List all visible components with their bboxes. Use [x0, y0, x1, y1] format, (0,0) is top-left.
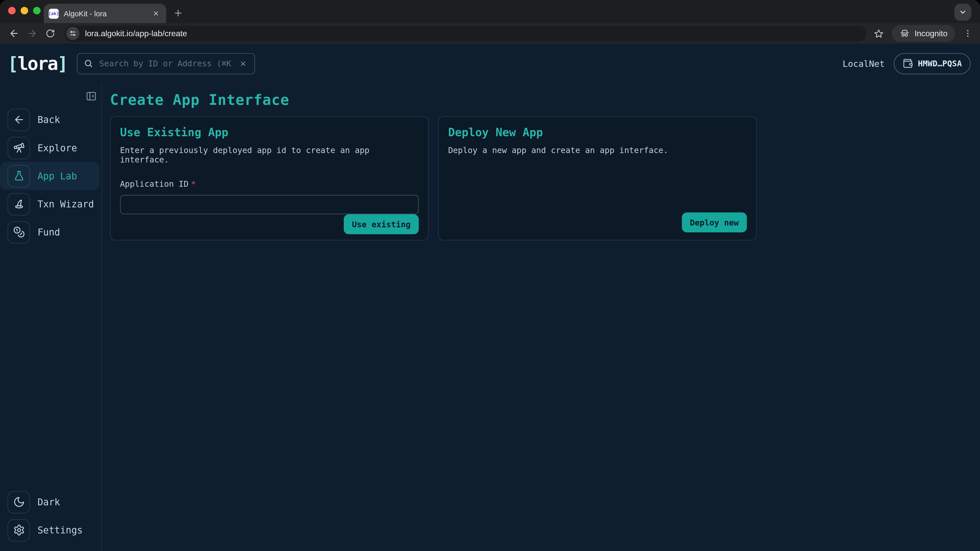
sidebar-footer: Dark Settings — [0, 488, 101, 551]
window-close-button[interactable] — [8, 7, 16, 14]
wizard-hat-icon — [7, 193, 30, 215]
sidebar-item-label: Dark — [38, 496, 60, 508]
reload-icon[interactable] — [43, 26, 58, 41]
url-bar[interactable]: lora.algokit.io/app-lab/create — [64, 25, 866, 41]
required-marker: * — [191, 179, 196, 189]
coins-icon — [7, 221, 30, 243]
flask-icon — [7, 165, 30, 187]
sidebar-collapse-icon[interactable] — [86, 91, 97, 102]
lora-app: [lora] LocalNet HMWD…PQSA — [0, 44, 980, 551]
page-title: Create App Interface — [110, 92, 980, 108]
arrow-left-icon — [7, 108, 30, 131]
gear-icon — [7, 519, 30, 541]
wallet-address: HMWD…PQSA — [918, 59, 962, 68]
sidebar-item-label: Settings — [38, 524, 83, 536]
app-header: [lora] LocalNet HMWD…PQSA — [0, 44, 980, 83]
tab-favicon: [ak] — [49, 8, 59, 18]
macos-traffic-lights — [8, 7, 41, 14]
url-text: lora.algokit.io/app-lab/create — [85, 29, 187, 38]
sidebar-nav: Back Explore App Lab — [0, 106, 101, 246]
cards-row: Use Existing App Enter a previously depl… — [110, 116, 980, 241]
card-description: Enter a previously deployed app id to cr… — [120, 146, 419, 164]
wallet-button[interactable]: HMWD…PQSA — [894, 53, 970, 74]
sidebar-item-label: Back — [38, 114, 60, 125]
sidebar-item-settings[interactable]: Settings — [0, 516, 99, 544]
wallet-icon — [902, 58, 913, 69]
site-settings-icon[interactable] — [66, 27, 80, 40]
search-clear-icon[interactable] — [238, 59, 248, 68]
sidebar-item-label: Txn Wizard — [38, 198, 94, 210]
sidebar: Back Explore App Lab — [0, 83, 102, 551]
browser-window: [ak] AlgoKit - lora lora.algokit.io/a — [0, 0, 980, 551]
forward-icon — [24, 26, 40, 41]
moon-icon — [7, 491, 30, 513]
tab-search-icon[interactable] — [955, 4, 971, 21]
deploy-new-button[interactable]: Deploy new — [682, 213, 747, 232]
browser-tab[interactable]: [ak] AlgoKit - lora — [44, 4, 166, 23]
card-description: Deploy a new app and create an app inter… — [448, 146, 747, 155]
browser-toolbar: lora.algokit.io/app-lab/create Incognito — [0, 23, 980, 44]
telescope-icon — [7, 137, 30, 159]
sidebar-item-label: App Lab — [38, 170, 77, 181]
sidebar-item-txn-wizard[interactable]: Txn Wizard — [0, 190, 99, 218]
logo-bracket-left: [ — [7, 53, 18, 74]
sidebar-item-label: Fund — [38, 227, 60, 238]
sidebar-item-explore[interactable]: Explore — [0, 134, 99, 162]
logo-bracket-right: ] — [57, 53, 67, 74]
new-tab-icon[interactable] — [169, 4, 187, 22]
sidebar-item-back[interactable]: Back — [0, 106, 99, 134]
network-label: LocalNet — [842, 59, 885, 68]
screen: [ak] AlgoKit - lora lora.algokit.io/a — [0, 0, 980, 551]
incognito-badge: Incognito — [892, 25, 955, 42]
application-id-field: Application ID* — [120, 178, 419, 214]
browser-menu-icon[interactable] — [961, 26, 974, 41]
window-minimize-button[interactable] — [21, 7, 28, 14]
search-input[interactable] — [98, 58, 233, 69]
incognito-label: Incognito — [915, 29, 947, 38]
deploy-new-app-card: Deploy New App Deploy a new app and crea… — [438, 116, 757, 241]
sidebar-item-fund[interactable]: Fund — [0, 218, 99, 246]
sidebar-item-theme-toggle[interactable]: Dark — [0, 488, 99, 516]
main-content: Create App Interface Use Existing App En… — [102, 83, 980, 551]
tab-title: AlgoKit - lora — [64, 9, 146, 18]
card-title: Use Existing App — [120, 125, 419, 138]
incognito-icon — [900, 28, 910, 39]
bookmark-star-icon[interactable] — [871, 26, 886, 41]
search-box[interactable] — [77, 53, 255, 74]
tab-strip: [ak] AlgoKit - lora — [0, 0, 980, 23]
use-existing-app-card: Use Existing App Enter a previously depl… — [110, 116, 429, 241]
application-id-input[interactable] — [120, 195, 419, 214]
tab-close-icon[interactable] — [151, 8, 161, 19]
logo-text: lora — [18, 53, 57, 74]
sidebar-item-app-lab[interactable]: App Lab — [0, 162, 99, 190]
back-icon[interactable] — [6, 26, 21, 41]
use-existing-button[interactable]: Use existing — [344, 214, 419, 234]
sidebar-item-label: Explore — [38, 142, 77, 153]
window-zoom-button[interactable] — [33, 7, 41, 14]
card-title: Deploy New App — [448, 125, 747, 138]
lora-logo[interactable]: [lora] — [7, 53, 67, 74]
application-id-label: Application ID* — [120, 179, 196, 189]
app-body: Back Explore App Lab — [0, 83, 980, 551]
search-icon — [84, 59, 93, 68]
